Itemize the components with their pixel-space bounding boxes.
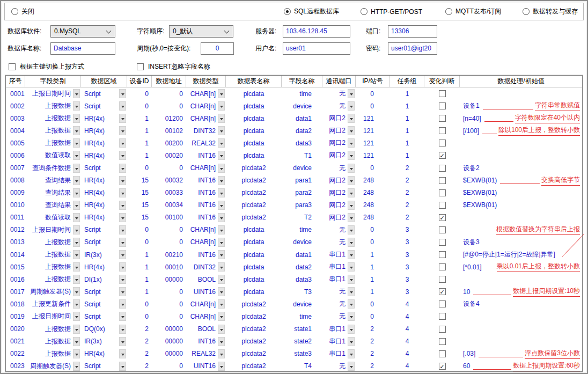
dropdown-arrow-icon[interactable] [218, 188, 225, 197]
dropdown-arrow-icon[interactable] [73, 325, 80, 334]
table-row[interactable]: 0014 上报数据 IR(3x) 1 00210 INT16 plcdata d… [6, 248, 582, 261]
dropdown-arrow-icon[interactable] [73, 213, 80, 222]
dropdown-arrow-icon[interactable] [119, 287, 126, 296]
dropdown-arrow-icon[interactable] [348, 337, 355, 346]
dropdown-arrow-icon[interactable] [218, 250, 225, 259]
dropdown-arrow-icon[interactable] [348, 126, 355, 135]
change-detect-checkbox[interactable] [439, 140, 446, 146]
dropdown-arrow-icon[interactable] [73, 362, 80, 371]
dropdown-arrow-icon[interactable] [218, 126, 225, 135]
dropdown-arrow-icon[interactable] [218, 287, 225, 296]
table-row[interactable]: 0006 数值读取 HR(4x) 1 00020 INT16 plcdata T… [6, 149, 582, 162]
dropdown-arrow-icon[interactable] [73, 101, 80, 111]
dropdown-arrow-icon[interactable] [73, 299, 80, 309]
change-detect-checkbox[interactable] [439, 165, 446, 172]
dropdown-arrow-icon[interactable] [73, 349, 80, 358]
primary-key-switch-option[interactable]: 根据主键切换上报方式 [9, 62, 84, 71]
dropdown-arrow-icon[interactable] [348, 89, 355, 98]
radio-http-get-post[interactable]: HTTP-GET/POST [361, 3, 422, 20]
dropdown-arrow-icon[interactable] [73, 188, 80, 197]
dropdown-arrow-icon[interactable] [119, 312, 126, 321]
dropdown-arrow-icon[interactable] [119, 238, 126, 247]
change-detect-checkbox[interactable] [439, 226, 446, 233]
char-order-select[interactable]: 0_默认 [169, 25, 233, 38]
dropdown-arrow-icon[interactable] [218, 213, 225, 222]
dropdown-arrow-icon[interactable] [73, 337, 80, 346]
dropdown-arrow-icon[interactable] [218, 238, 225, 247]
dropdown-arrow-icon[interactable] [348, 362, 355, 371]
table-row[interactable]: 0022 上报数据 HR(4x) 2 00000 REAL32 plcdata2… [6, 348, 582, 360]
change-detect-checkbox[interactable] [439, 102, 446, 109]
change-detect-checkbox[interactable] [439, 300, 446, 307]
dropdown-arrow-icon[interactable] [218, 275, 225, 284]
dropdown-arrow-icon[interactable] [348, 176, 355, 185]
dropdown-arrow-icon[interactable] [73, 250, 80, 259]
radio-sql-remote-db[interactable]: SQL远程数据库 [284, 3, 339, 20]
table-row[interactable]: 0002 上报数据 Script 0 0 CHAR[n] plcdata dev… [6, 100, 582, 112]
dropdown-arrow-icon[interactable] [119, 299, 126, 309]
change-detect-checkbox[interactable] [439, 313, 446, 320]
change-detect-checkbox[interactable] [439, 90, 446, 97]
table-row[interactable]: 0003 上报数据 HR(4x) 1 01200 CHAR[n] plcdata… [6, 112, 582, 124]
dropdown-arrow-icon[interactable] [119, 164, 126, 173]
table-row[interactable]: 0007 查询条件数据 Script 0 0 CHAR[n] plcdata2 … [6, 162, 582, 174]
dropdown-arrow-icon[interactable] [73, 262, 80, 272]
table-row[interactable]: 0010 查询结果 HR(4x) 15 00034 INT16 plcdata2… [6, 199, 582, 211]
change-detect-checkbox[interactable] [439, 115, 446, 122]
change-detect-checkbox[interactable]: ✓ [439, 214, 446, 221]
dropdown-arrow-icon[interactable] [73, 126, 80, 135]
password-input[interactable]: user01@igt20 [388, 42, 437, 55]
table-row[interactable]: 0004 上报数据 HR(4x) 1 00102 DINT32 plcdata … [6, 124, 582, 137]
dropdown-arrow-icon[interactable] [73, 275, 80, 284]
dropdown-arrow-icon[interactable] [119, 362, 126, 371]
table-row[interactable]: 0018 上报更新条件 Script 0 0 CHAR[n] plcdata2 … [6, 298, 582, 310]
dropdown-arrow-icon[interactable] [119, 101, 126, 111]
radio-forward-cache[interactable]: 数据转发与缓存 [523, 3, 578, 20]
dropdown-arrow-icon[interactable] [119, 275, 126, 284]
username-input[interactable]: user01 [283, 42, 350, 55]
change-detect-checkbox[interactable] [439, 263, 446, 270]
table-row[interactable]: 0009 查询结果 HR(4x) 15 00033 INT16 plcdata2… [6, 187, 582, 199]
dropdown-arrow-icon[interactable] [218, 325, 225, 334]
table-row[interactable]: 0015 上报数据 HR(4x) 1 00010 DINT32 plcdata … [6, 261, 582, 273]
dropdown-arrow-icon[interactable] [119, 126, 126, 135]
dropdown-arrow-icon[interactable] [348, 151, 355, 160]
dropdown-arrow-icon[interactable] [73, 138, 80, 148]
dropdown-arrow-icon[interactable] [73, 201, 80, 210]
change-detect-checkbox[interactable] [439, 326, 446, 333]
dropdown-arrow-icon[interactable] [348, 299, 355, 309]
change-detect-checkbox[interactable] [439, 202, 446, 209]
change-detect-checkbox[interactable] [439, 127, 446, 134]
dropdown-arrow-icon[interactable] [348, 325, 355, 334]
dropdown-arrow-icon[interactable] [218, 114, 225, 123]
dropdown-arrow-icon[interactable] [348, 188, 355, 197]
table-row[interactable]: 0020 上报数据 DQ(0x) 2 00000 BOOL plcdata2 s… [6, 322, 582, 335]
period-input[interactable]: 0 [201, 42, 234, 55]
change-detect-checkbox[interactable]: ✓ [439, 152, 446, 159]
table-row[interactable]: 0017 周期触发器(S) Script 1 0 UINT16 plcdata … [6, 285, 582, 298]
table-row[interactable]: 0023 周期触发器(S) Script 2 0 UINT16 plcdata2… [6, 360, 582, 372]
table-row[interactable]: 0008 查询结果 HR(4x) 15 00032 INT16 plcdata2… [6, 174, 582, 187]
dropdown-arrow-icon[interactable] [218, 101, 225, 111]
change-detect-checkbox[interactable]: ✓ [439, 363, 446, 370]
dropdown-arrow-icon[interactable] [119, 151, 126, 160]
dropdown-arrow-icon[interactable] [73, 151, 80, 160]
dropdown-arrow-icon[interactable] [119, 201, 126, 210]
change-detect-checkbox[interactable] [439, 276, 446, 283]
change-detect-checkbox[interactable] [439, 338, 446, 345]
table-row[interactable]: 0011 数值读取 HR(4x) 15 00100 INT16 plcdata2… [6, 211, 582, 224]
dropdown-arrow-icon[interactable] [119, 213, 126, 222]
dropdown-arrow-icon[interactable] [119, 250, 126, 259]
dropdown-arrow-icon[interactable] [119, 349, 126, 358]
dropdown-arrow-icon[interactable] [218, 349, 225, 358]
dropdown-arrow-icon[interactable] [348, 275, 355, 284]
dropdown-arrow-icon[interactable] [119, 225, 126, 234]
port-input[interactable]: 13306 [388, 25, 437, 38]
dropdown-arrow-icon[interactable] [119, 176, 126, 185]
dropdown-arrow-icon[interactable] [348, 114, 355, 123]
dropdown-arrow-icon[interactable] [218, 151, 225, 160]
server-input[interactable]: 103.46.128.45 [283, 25, 350, 38]
dropdown-arrow-icon[interactable] [348, 312, 355, 321]
dropdown-arrow-icon[interactable] [218, 262, 225, 272]
dropdown-arrow-icon[interactable] [348, 287, 355, 296]
